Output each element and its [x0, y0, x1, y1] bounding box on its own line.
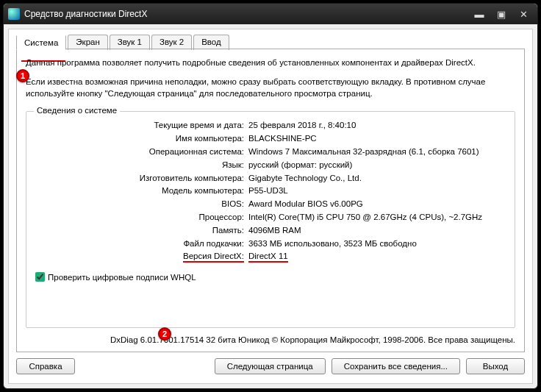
label-datetime: Текущие время и дата:	[35, 119, 248, 132]
whql-label: Проверить цифровые подписи WHQL	[48, 273, 196, 282]
info-row: Язык:русский (формат: русский)	[35, 159, 506, 172]
value-manufacturer: Gigabyte Technology Co., Ltd.	[248, 172, 506, 185]
info-row: BIOS:Award Modular BIOS v6.00PG	[35, 198, 506, 211]
titlebar: Средство диагностики DirectX ▬ ▣ ✕	[4, 4, 537, 24]
value-bios: Award Modular BIOS v6.00PG	[248, 198, 506, 211]
window-title: Средство диагностики DirectX	[24, 9, 467, 19]
label-os: Операционная система:	[35, 146, 248, 159]
label-bios: BIOS:	[35, 198, 248, 211]
tab-sound2[interactable]: Звук 2	[151, 35, 192, 50]
value-os: Windows 7 Максимальная 32-разрядная (6.1…	[248, 146, 506, 159]
tab-system[interactable]: Система	[16, 35, 66, 50]
label-directx: Версия DirectX:	[35, 250, 248, 263]
button-bar: Справка Следующая страница Сохранить все…	[16, 352, 525, 376]
tab-input[interactable]: Ввод	[193, 35, 229, 50]
value-memory: 4096MB RAM	[248, 224, 506, 238]
value-computername: BLACKSHINE-PC	[248, 132, 506, 146]
tab-panel-system: Данная программа позволяет получить подр…	[16, 49, 525, 352]
info-row: Имя компьютера:BLACKSHINE-PC	[35, 132, 506, 146]
exit-button[interactable]: Выход	[466, 358, 525, 374]
whql-checkbox[interactable]	[35, 272, 45, 282]
label-cpu: Процессор:	[35, 211, 248, 224]
label-computername: Имя компьютера:	[35, 132, 248, 146]
minimize-button[interactable]: ▬	[470, 7, 489, 21]
value-model: P55-UD3L	[248, 185, 506, 198]
info-row: Текущие время и дата:25 февраля 2018 г.,…	[35, 119, 506, 132]
footer-text: DxDiag 6.01.7601.17514 32 бита Юникод © …	[26, 335, 515, 344]
content-area: 1 2 Система Экран Звук 1 Звук 2 Ввод Дан…	[8, 29, 533, 384]
value-cpu: Intel(R) Core(TM) i5 CPU 750 @ 2.67GHz (…	[248, 211, 506, 224]
annotation-marker-1: 1	[16, 69, 29, 82]
next-page-button[interactable]: Следующая страница	[215, 358, 326, 374]
description-2: Если известна возможная причина неполадк…	[26, 76, 515, 99]
description-1: Данная программа позволяет получить подр…	[26, 57, 515, 68]
help-button[interactable]: Справка	[16, 358, 75, 374]
dxdiag-window: Средство диагностики DirectX ▬ ▣ ✕ 1 2 С…	[3, 3, 538, 389]
info-row: Версия DirectX:DirectX 11	[35, 250, 506, 263]
label-manufacturer: Изготовитель компьютера:	[35, 172, 248, 185]
label-lang: Язык:	[35, 159, 248, 172]
value-directx: DirectX 11	[248, 250, 506, 263]
label-memory: Память:	[35, 224, 248, 238]
info-row: Файл подкачки:3633 МБ использовано, 3523…	[35, 238, 506, 251]
spacer	[81, 358, 209, 374]
system-info-group: Сведения о системе Текущие время и дата:…	[26, 111, 515, 328]
info-row: Модель компьютера:P55-UD3L	[35, 185, 506, 198]
info-row: Изготовитель компьютера:Gigabyte Technol…	[35, 172, 506, 185]
whql-check-row: Проверить цифровые подписи WHQL	[35, 272, 506, 282]
value-lang: русский (формат: русский)	[248, 159, 506, 172]
info-row: Процессор:Intel(R) Core(TM) i5 CPU 750 @…	[35, 211, 506, 224]
save-all-button[interactable]: Сохранить все сведения...	[332, 358, 460, 374]
label-pagefile: Файл подкачки:	[35, 238, 248, 251]
info-row: Операционная система:Windows 7 Максималь…	[35, 146, 506, 159]
app-icon	[8, 8, 20, 20]
tab-bar: Система Экран Звук 1 Звук 2 Ввод	[16, 34, 525, 49]
tab-display[interactable]: Экран	[68, 35, 107, 50]
tab-sound1[interactable]: Звук 1	[110, 35, 150, 50]
maximize-button[interactable]: ▣	[492, 7, 511, 21]
info-row: Память:4096MB RAM	[35, 224, 506, 238]
label-model: Модель компьютера:	[35, 185, 248, 198]
group-legend: Сведения о системе	[34, 106, 120, 115]
close-button[interactable]: ✕	[514, 7, 533, 21]
annotation-marker-2: 2	[158, 327, 171, 341]
value-datetime: 25 февраля 2018 г., 8:40:10	[248, 119, 506, 132]
value-pagefile: 3633 МБ использовано, 3523 МБ свободно	[248, 238, 506, 251]
